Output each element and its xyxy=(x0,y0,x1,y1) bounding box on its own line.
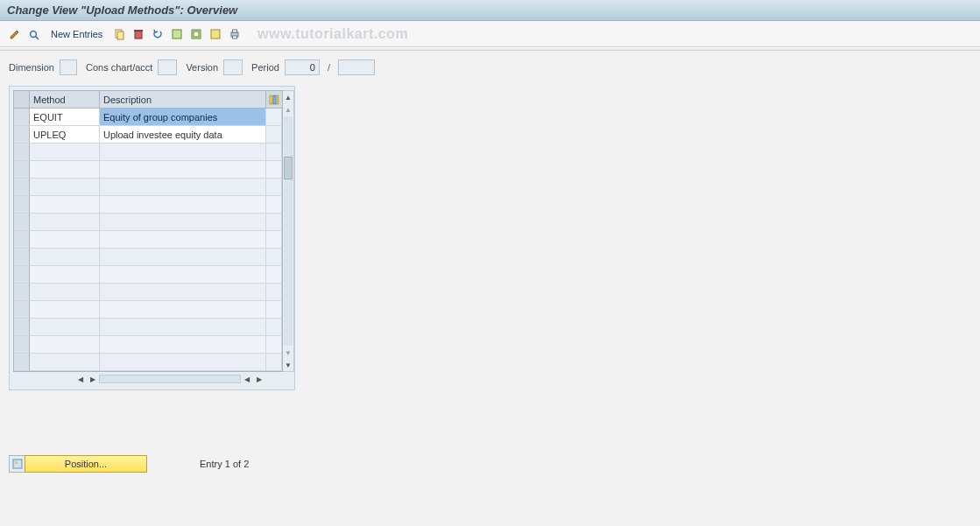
scroll-up-icon[interactable]: ▲ xyxy=(283,91,293,103)
scroll-down-icon[interactable]: ▼ xyxy=(283,359,293,371)
table-row-empty[interactable] xyxy=(14,231,282,249)
cons-chart-label: Cons chart/acct xyxy=(86,62,152,73)
dimension-label: Dimension xyxy=(9,62,54,73)
watermark-text: www.tutorialkart.com xyxy=(257,26,408,42)
version-label: Version xyxy=(186,62,218,73)
svg-point-0 xyxy=(31,31,37,37)
hscroll-left-icon[interactable]: ◀ xyxy=(241,373,253,385)
table-row-empty[interactable] xyxy=(14,354,282,371)
svg-rect-12 xyxy=(233,36,237,39)
header-method[interactable]: Method xyxy=(30,91,100,108)
table-row[interactable]: EQUIT Equity of group companies xyxy=(14,109,282,126)
table-row-empty[interactable] xyxy=(14,179,282,196)
table-row-empty[interactable] xyxy=(14,196,282,214)
scroll-up-icon[interactable]: ▲ xyxy=(283,103,293,116)
row-end xyxy=(266,126,282,143)
table-row-empty[interactable] xyxy=(14,144,282,161)
header-select-column[interactable] xyxy=(14,91,30,108)
table-row[interactable]: UPLEQ Upload investee equity data xyxy=(14,126,282,144)
configure-columns-icon[interactable] xyxy=(266,91,282,108)
grid-header: Method Description xyxy=(14,91,282,109)
select-all-icon[interactable] xyxy=(169,26,185,42)
svg-rect-15 xyxy=(277,95,278,104)
copy-as-icon[interactable] xyxy=(111,26,127,42)
svg-rect-6 xyxy=(173,30,181,39)
period-group: Period 0 / xyxy=(251,60,375,75)
select-block-icon[interactable] xyxy=(188,26,204,42)
svg-line-1 xyxy=(36,36,39,39)
hscroll-left-icon[interactable]: ◀ xyxy=(74,373,87,385)
table-row-empty[interactable] xyxy=(14,301,282,319)
scroll-down-icon[interactable]: ▼ xyxy=(283,347,293,359)
period-separator: / xyxy=(328,62,330,73)
position-icon[interactable] xyxy=(9,455,25,473)
table-row-empty[interactable] xyxy=(14,284,282,301)
svg-rect-9 xyxy=(211,30,220,39)
undo-icon[interactable] xyxy=(150,26,166,42)
print-icon[interactable] xyxy=(227,26,243,42)
horizontal-scrollbar[interactable]: ◀ ▶ ◀ ▶ xyxy=(13,372,291,386)
table-row-empty[interactable] xyxy=(14,336,282,354)
cell-description[interactable]: Upload investee equity data xyxy=(100,126,266,143)
row-end xyxy=(266,109,282,125)
table-row-empty[interactable] xyxy=(14,161,282,179)
svg-rect-11 xyxy=(233,30,237,32)
cell-method[interactable]: UPLEQ xyxy=(30,126,100,143)
methods-grid: Method Description EQUIT Equity of group… xyxy=(13,90,283,372)
version-field[interactable] xyxy=(223,60,243,75)
vertical-scrollbar[interactable]: ▲ ▲ ▼ ▼ xyxy=(283,90,294,372)
dimension-group: Dimension xyxy=(9,60,77,75)
table-container: Method Description EQUIT Equity of group… xyxy=(9,86,295,390)
svg-rect-14 xyxy=(273,95,276,104)
hscroll-right-icon[interactable]: ▶ xyxy=(87,373,99,385)
page-title: Change View "Upload Methods": Overview xyxy=(7,4,237,17)
header-description[interactable]: Description xyxy=(100,91,266,108)
table-row-empty[interactable] xyxy=(14,249,282,266)
footer-row: Position... Entry 1 of 2 xyxy=(9,455,249,473)
table-row-empty[interactable] xyxy=(14,266,282,284)
cell-method[interactable]: EQUIT xyxy=(30,109,100,125)
parameter-row: Dimension Cons chart/acct Version Period… xyxy=(0,51,980,81)
cell-description[interactable]: Equity of group companies xyxy=(100,109,266,125)
dimension-field[interactable] xyxy=(60,60,77,75)
toolbar: New Entries www.tutorialkart.com xyxy=(0,21,980,47)
period-year-field[interactable] xyxy=(338,60,375,75)
position-button[interactable]: Position... xyxy=(25,455,147,473)
table-row-empty[interactable] xyxy=(14,214,282,231)
svg-rect-3 xyxy=(117,32,123,39)
hscroll-track[interactable] xyxy=(99,375,241,383)
cons-chart-group: Cons chart/acct xyxy=(86,60,177,75)
svg-rect-17 xyxy=(15,461,18,464)
row-selector[interactable] xyxy=(14,126,30,143)
new-entries-button[interactable]: New Entries xyxy=(51,29,102,39)
vscroll-thumb[interactable] xyxy=(284,157,293,179)
vscroll-track[interactable] xyxy=(284,116,293,346)
svg-rect-4 xyxy=(135,31,142,39)
cons-chart-field[interactable] xyxy=(158,60,177,75)
display-change-toggle-icon[interactable] xyxy=(7,26,23,42)
entry-count-text: Entry 1 of 2 xyxy=(200,459,249,469)
position-button-group: Position... xyxy=(9,455,147,473)
hscroll-right-icon[interactable]: ▶ xyxy=(253,373,265,385)
row-selector[interactable] xyxy=(14,109,30,125)
period-label: Period xyxy=(251,62,279,73)
svg-rect-8 xyxy=(194,32,199,37)
delete-icon[interactable] xyxy=(130,26,146,42)
deselect-all-icon[interactable] xyxy=(208,26,223,42)
svg-rect-13 xyxy=(270,95,272,104)
table-row-empty[interactable] xyxy=(14,319,282,336)
title-bar: Change View "Upload Methods": Overview xyxy=(0,0,980,21)
other-view-icon[interactable] xyxy=(26,26,42,42)
period-field[interactable]: 0 xyxy=(285,60,320,75)
version-group: Version xyxy=(186,60,243,75)
